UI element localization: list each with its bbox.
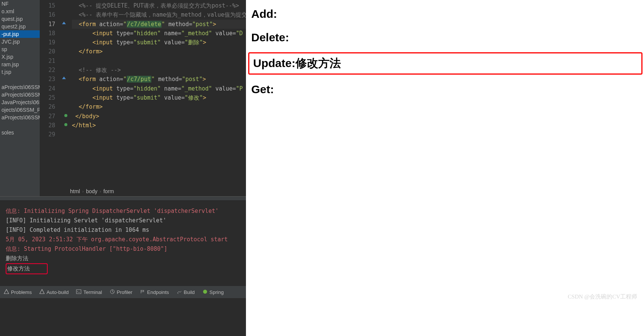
code-line[interactable]: <!-- 修改 --> [72, 66, 246, 75]
terminal-icon [76, 289, 81, 295]
line-number: 21 [40, 56, 55, 66]
sidebar-file-item[interactable]: quest2.jsp [0, 23, 40, 30]
console-line: [INFO] Initializing Servlet 'dispatcherS… [6, 216, 246, 225]
gutter-nav-icon[interactable] [62, 77, 66, 79]
breadcrumb[interactable]: html›body›form [40, 186, 114, 197]
console-line: 信息: Starting ProtocolHandler ["http-bio-… [6, 244, 246, 254]
sidebar-file-item[interactable]: sp [0, 45, 40, 53]
tool-window-bar[interactable]: ProblemsAuto-buildTerminalProfilerEndpoi… [0, 286, 246, 298]
result-text: Add: [247, 5, 642, 23]
gutter-marks [61, 0, 72, 182]
sidebar-file-item[interactable]: -put.jsp [0, 30, 40, 38]
sidebar-path-item[interactable]: ojects\06SSM_Pr [0, 106, 40, 114]
toolwindow-label: Endpoints [147, 289, 169, 295]
sidebar-file-item[interactable]: JVC.jsp [0, 38, 40, 45]
code-line[interactable]: <input type="submit" value="删除"> [72, 38, 246, 47]
sidebar-path-item[interactable]: aProjects\06SSM [0, 83, 40, 91]
console-output[interactable]: 信息: Initializing Spring DispatcherServle… [0, 206, 246, 280]
ide-pane: NFo.xmlquest.jspquest2.jsp-put.jspJVC.js… [0, 0, 246, 336]
watermark: CSDN @会洗碗的CV工程师 [568, 293, 637, 300]
code-line[interactable]: </html> [72, 121, 246, 130]
sidebar-file-item[interactable]: NF [0, 0, 40, 8]
line-number: 16 [40, 10, 55, 19]
breadcrumb-item[interactable]: html [70, 188, 80, 194]
line-number: 26 [40, 102, 55, 111]
code-line[interactable]: </form> [72, 102, 246, 111]
line-number: 22 [40, 66, 55, 75]
line-number: 24 [40, 84, 55, 93]
line-number: 19 [40, 38, 55, 47]
fold-dot-icon[interactable] [64, 114, 67, 117]
console-highlight-box: 修改方法 [6, 263, 48, 274]
line-number: 15 [40, 1, 55, 10]
spring-icon [202, 289, 208, 295]
toolwindow-tab-auto-build[interactable]: Auto-build [39, 289, 69, 295]
sidebar-file-item[interactable]: quest.jsp [0, 15, 40, 23]
line-number: 28 [40, 121, 55, 130]
code-line[interactable]: <%-- 表单中有一个隐藏域，name值为_method，value值为提交 [72, 10, 246, 19]
svg-point-2 [203, 289, 207, 294]
fold-dot-icon[interactable] [64, 123, 67, 126]
code-line[interactable]: </form> [72, 47, 246, 56]
sidebar-file-item[interactable]: t.jsp [0, 68, 40, 76]
console-line: 信息: Initializing Spring DispatcherServle… [6, 206, 246, 216]
line-number: 20 [40, 47, 55, 56]
code-line[interactable]: <form action="/c7/put" method="post"> [72, 75, 246, 84]
console-line: 5月 05, 2023 2:51:32 下午 org.apache.coyote… [6, 235, 246, 244]
profiler-icon [110, 289, 115, 295]
code-line[interactable]: <input type="submit" value="修改"> [72, 93, 246, 102]
line-number: 23 [40, 75, 55, 84]
breadcrumb-item[interactable]: body [86, 188, 97, 194]
console-line: 修改方法 [6, 263, 246, 274]
sidebar-file-item[interactable]: ram.jsp [0, 61, 40, 68]
line-gutter: 151617181920212223242526272829 [40, 0, 61, 182]
warning-icon [39, 289, 45, 295]
line-number: 18 [40, 29, 55, 38]
toolwindow-tab-problems[interactable]: Problems [4, 289, 32, 295]
toolwindow-label: Build [184, 289, 195, 295]
code-area[interactable]: <%-- 提交DELETE、PUT请求，表单必须提交方式为post--%> <%… [72, 1, 246, 139]
code-line[interactable] [72, 56, 246, 66]
line-number: 29 [40, 130, 55, 139]
code-editor[interactable]: 151617181920212223242526272829 <%-- 提交DE… [40, 0, 246, 182]
splitter[interactable] [0, 196, 246, 201]
browser-pane: Add:Delete:Update:修改方法Get: CSDN @会洗碗的CV工… [246, 0, 644, 336]
code-line[interactable] [72, 130, 246, 139]
toolwindow-tab-spring[interactable]: Spring [202, 289, 224, 295]
code-line[interactable]: <form action="/c7/delete" method="post"> [72, 20, 246, 29]
sidebar-file-item[interactable]: X.jsp [0, 53, 40, 61]
toolwindow-label: Spring [210, 289, 224, 295]
line-number: 27 [40, 112, 55, 121]
breadcrumb-item[interactable]: form [103, 188, 114, 194]
sidebar-file-item[interactable]: o.xml [0, 8, 40, 15]
build-icon [177, 289, 182, 295]
toolwindow-label: Terminal [83, 289, 102, 295]
code-line[interactable]: <input type="hidden" name="_method" valu… [72, 84, 246, 93]
gutter-nav-icon[interactable] [62, 22, 66, 24]
line-number: 25 [40, 93, 55, 102]
result-highlight-box: Update:修改方法 [248, 52, 642, 75]
chevron-right-icon: › [100, 189, 101, 194]
toolwindow-label: Profiler [117, 289, 132, 295]
console-line: [INFO] Completed initialization in 1064 … [6, 225, 246, 235]
result-text: Delete: [247, 29, 642, 46]
code-line[interactable]: </body> [72, 112, 246, 121]
result-text: Get: [247, 81, 642, 98]
sidebar-consoles[interactable]: soles [0, 129, 40, 136]
toolwindow-tab-terminal[interactable]: Terminal [76, 289, 102, 295]
sidebar-path-item[interactable]: aProjects\06SSM [0, 114, 40, 121]
result-text: Update:修改方法 [249, 53, 641, 73]
browser-content: Add:Delete:Update:修改方法Get: [246, 0, 644, 103]
toolwindow-tab-profiler[interactable]: Profiler [110, 289, 132, 295]
sidebar-path-item[interactable]: aProjects\06SSM [0, 91, 40, 98]
sidebar-path-item[interactable]: JavaProjects\06SS [0, 98, 40, 106]
svg-rect-0 [76, 289, 81, 294]
console-line: 删除方法 [6, 254, 246, 263]
chevron-right-icon: › [82, 189, 84, 194]
toolwindow-tab-endpoints[interactable]: Endpoints [140, 289, 169, 295]
code-line[interactable]: <%-- 提交DELETE、PUT请求，表单必须提交方式为post--%> [72, 1, 246, 10]
toolwindow-label: Problems [11, 289, 32, 295]
toolwindow-tab-build[interactable]: Build [177, 289, 195, 295]
project-sidebar[interactable]: NFo.xmlquest.jspquest2.jsp-put.jspJVC.js… [0, 0, 40, 197]
code-line[interactable]: <input type="hidden" name="_method" valu… [72, 29, 246, 38]
